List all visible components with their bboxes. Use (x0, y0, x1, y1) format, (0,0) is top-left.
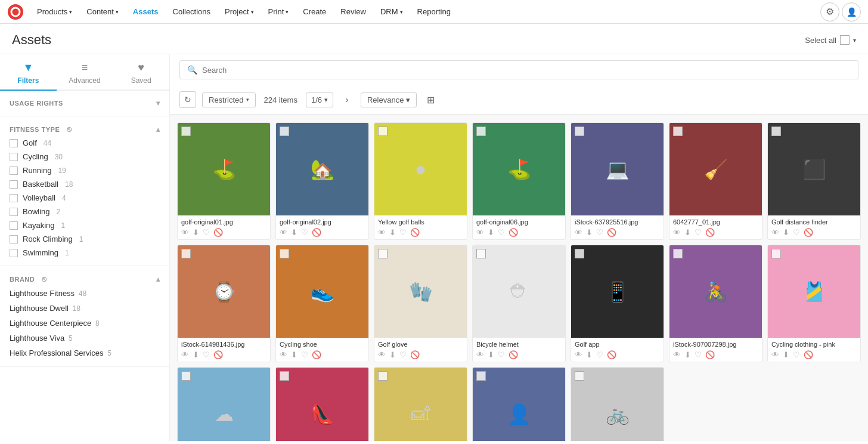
preview-icon[interactable]: 👁 (575, 228, 582, 237)
fitness-filter-checkbox[interactable] (10, 194, 18, 202)
asset-card[interactable]: 🎽 Cycling clothing - pink 👁 ⬇ ♡ 🚫 (767, 245, 861, 362)
brand-header[interactable]: BRAND ⎋ ▴ (10, 272, 160, 286)
brand-filter-item[interactable]: Helix Professional Services 5 (10, 346, 160, 360)
nav-collections[interactable]: Collections (167, 0, 217, 24)
fitness-filter-checkbox[interactable] (10, 235, 18, 243)
restrict-icon[interactable]: 🚫 (213, 228, 223, 237)
user-avatar[interactable]: 👤 (842, 2, 861, 21)
nav-products[interactable]: Products ▾ (31, 0, 78, 24)
fitness-filter-item[interactable]: Swimming 1 (10, 246, 160, 260)
tab-advanced[interactable]: ≡ Advanced (57, 54, 113, 91)
asset-card[interactable]: ⛑ Bicycle helmet 👁 ⬇ ♡ 🚫 (472, 245, 566, 362)
restrict-icon[interactable]: 🚫 (509, 350, 518, 359)
fitness-filter-item[interactable]: Running 19 (10, 164, 160, 177)
favorite-icon[interactable]: ♡ (695, 228, 702, 237)
restrict-icon[interactable]: 🚫 (804, 350, 813, 359)
asset-card[interactable]: 🧤 Golf glove 👁 ⬇ ♡ 🚫 (374, 245, 467, 362)
restrict-icon[interactable]: 🚫 (607, 350, 616, 359)
tab-saved[interactable]: ♥ Saved (113, 54, 169, 91)
search-bar[interactable]: 🔍 (179, 60, 858, 79)
fitness-type-header[interactable]: FITNESS TYPE ⎋ ▴ (10, 122, 160, 136)
refresh-button[interactable]: ↻ (179, 91, 196, 108)
restrict-icon[interactable]: 🚫 (804, 228, 813, 237)
nav-content[interactable]: Content ▾ (80, 0, 125, 24)
download-icon[interactable]: ⬇ (389, 350, 396, 359)
download-icon[interactable]: ⬇ (193, 228, 199, 237)
fitness-filter-checkbox[interactable] (10, 139, 18, 147)
asset-card[interactable]: ⬛ Golf distance finder 👁 ⬇ ♡ 🚫 (767, 122, 861, 240)
asset-select-checkbox[interactable] (575, 249, 584, 258)
fitness-filter-item[interactable]: Volleyball 4 (10, 191, 160, 205)
restrict-icon[interactable]: 🚫 (312, 350, 321, 359)
select-all-checkbox[interactable] (840, 35, 850, 45)
fitness-filter-item[interactable]: Basketball 18 (10, 177, 160, 191)
favorite-icon[interactable]: ♡ (498, 228, 505, 237)
fitness-filter-checkbox[interactable] (10, 221, 18, 230)
download-icon[interactable]: ⬇ (684, 228, 691, 237)
download-icon[interactable]: ⬇ (291, 228, 297, 237)
asset-card[interactable]: 💻 iStock-637925516.jpg 👁 ⬇ ♡ 🚫 (571, 122, 664, 240)
restrict-icon[interactable]: 🚫 (509, 228, 518, 237)
nav-assets[interactable]: Assets (127, 0, 165, 24)
preview-icon[interactable]: 👁 (771, 228, 779, 237)
asset-select-checkbox[interactable] (280, 371, 289, 381)
select-all-area[interactable]: Select all ▾ (805, 35, 856, 45)
favorite-icon[interactable]: ♡ (203, 350, 210, 359)
preview-icon[interactable]: 👁 (280, 350, 287, 359)
nav-project[interactable]: Project ▾ (219, 0, 259, 24)
favorite-icon[interactable]: ♡ (203, 228, 210, 237)
search-input[interactable] (202, 66, 851, 75)
fitness-filter-item[interactable]: Cycling 30 (10, 150, 160, 164)
preview-icon[interactable]: 👁 (575, 350, 582, 359)
nav-print[interactable]: Print ▾ (262, 0, 295, 24)
asset-select-checkbox[interactable] (181, 371, 191, 381)
preview-icon[interactable]: 👁 (280, 228, 287, 237)
preview-icon[interactable]: 👁 (771, 350, 779, 359)
select-all-arrow[interactable]: ▾ (853, 37, 856, 44)
asset-card[interactable]: 🚴 iStock-907007298.jpg 👁 ⬇ ♡ 🚫 (669, 245, 762, 362)
preview-icon[interactable]: 👁 (673, 228, 681, 237)
brand-filter-item[interactable]: Lighthouse Viva 5 (10, 331, 160, 346)
grid-view-button[interactable]: ⊞ (423, 92, 438, 107)
restrict-icon[interactable]: 🚫 (705, 350, 715, 359)
restrict-icon[interactable]: 🚫 (705, 228, 715, 237)
favorite-icon[interactable]: ♡ (596, 350, 603, 359)
filter-dropdown-button[interactable]: Restricted ▾ (202, 92, 256, 107)
download-icon[interactable]: ⬇ (488, 350, 494, 359)
brand-filter-item[interactable]: Lighthouse Fitness 48 (10, 286, 160, 301)
asset-select-checkbox[interactable] (673, 249, 683, 258)
nav-drm[interactable]: DRM ▾ (374, 0, 409, 24)
preview-icon[interactable]: 👁 (476, 350, 484, 359)
settings-icon[interactable]: ⚙ (820, 2, 839, 21)
page-selector[interactable]: 1/6 ▾ (306, 92, 333, 107)
asset-select-checkbox[interactable] (280, 249, 289, 258)
favorite-icon[interactable]: ♡ (695, 350, 702, 359)
asset-card[interactable]: 👟 Cycling shoe 👁 ⬇ ♡ 🚫 (275, 245, 369, 362)
asset-card[interactable]: 👤 👁 ⬇ ♡ 🚫 (472, 367, 566, 441)
asset-select-checkbox[interactable] (771, 127, 781, 136)
fitness-filter-checkbox[interactable] (10, 208, 18, 216)
asset-select-checkbox[interactable] (673, 127, 683, 136)
fitness-filter-item[interactable]: Rock Climbing 1 (10, 232, 160, 246)
favorite-icon[interactable]: ♡ (596, 228, 603, 237)
preview-icon[interactable]: 👁 (378, 350, 386, 359)
asset-select-checkbox[interactable] (181, 127, 191, 136)
asset-select-checkbox[interactable] (280, 127, 289, 136)
fitness-filter-checkbox[interactable] (10, 153, 18, 161)
fitness-filter-checkbox[interactable] (10, 180, 18, 189)
favorite-icon[interactable]: ♡ (301, 350, 308, 359)
asset-card[interactable]: 🏡 golf-original02.jpg 👁 ⬇ ♡ 🚫 (275, 122, 369, 240)
app-logo[interactable] (7, 4, 24, 20)
preview-icon[interactable]: 👁 (673, 350, 681, 359)
restrict-icon[interactable]: 🚫 (312, 228, 321, 237)
restrict-icon[interactable]: 🚫 (410, 228, 420, 237)
tab-filters[interactable]: ▼ Filters (0, 54, 57, 91)
asset-select-checkbox[interactable] (476, 249, 486, 258)
asset-card[interactable]: 👠 👁 ⬇ ♡ 🚫 (275, 367, 369, 441)
asset-card[interactable]: ● Yellow golf balls 👁 ⬇ ♡ 🚫 (374, 122, 467, 240)
asset-select-checkbox[interactable] (771, 249, 781, 258)
asset-card[interactable]: 🛋 👁 ⬇ ♡ 🚫 (374, 367, 467, 441)
asset-card[interactable]: 🚲 👁 ⬇ ♡ 🚫 (571, 367, 664, 441)
asset-select-checkbox[interactable] (378, 371, 388, 381)
favorite-icon[interactable]: ♡ (301, 228, 308, 237)
